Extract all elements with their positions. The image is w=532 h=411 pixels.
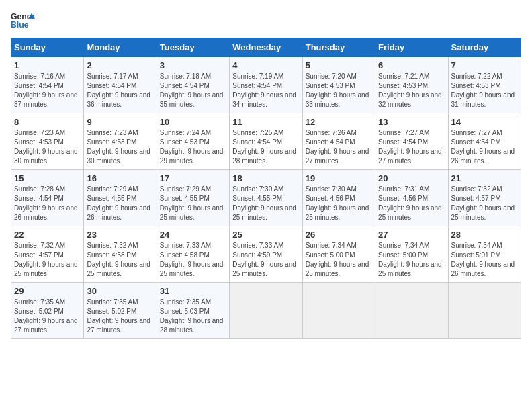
day-info: Sunrise: 7:21 AMSunset: 4:53 PMDaylight:… [378, 72, 445, 109]
day-info: Sunrise: 7:35 AMSunset: 5:02 PMDaylight:… [14, 298, 81, 335]
calendar-cell: 5Sunrise: 7:20 AMSunset: 4:53 PMDaylight… [302, 57, 375, 113]
day-number: 7 [451, 60, 518, 71]
day-number: 17 [160, 173, 226, 183]
day-number: 18 [232, 173, 299, 183]
day-number: 22 [14, 230, 81, 240]
calendar-cell: 25Sunrise: 7:33 AMSunset: 4:59 PMDayligh… [230, 226, 302, 283]
day-info: Sunrise: 7:34 AMSunset: 5:01 PMDaylight:… [451, 241, 518, 279]
day-number: 10 [160, 117, 226, 127]
weekday-header: Wednesday [230, 38, 302, 57]
day-number: 2 [87, 60, 153, 71]
day-info: Sunrise: 7:30 AMSunset: 4:56 PMDaylight:… [306, 185, 372, 222]
day-info: Sunrise: 7:33 AMSunset: 4:58 PMDaylight:… [160, 241, 226, 279]
day-number: 5 [306, 60, 372, 71]
day-info: Sunrise: 7:35 AMSunset: 5:03 PMDaylight:… [160, 298, 226, 335]
logo-icon: General Blue [11, 11, 35, 31]
day-number: 27 [378, 230, 445, 240]
calendar-cell: 7Sunrise: 7:22 AMSunset: 4:53 PMDaylight… [448, 57, 521, 113]
day-number: 31 [160, 286, 226, 296]
svg-text:Blue: Blue [11, 20, 29, 30]
calendar-body: 1Sunrise: 7:16 AMSunset: 4:54 PMDaylight… [11, 57, 521, 339]
calendar-cell: 26Sunrise: 7:34 AMSunset: 5:00 PMDayligh… [302, 226, 375, 283]
calendar-cell: 30Sunrise: 7:35 AMSunset: 5:02 PMDayligh… [84, 283, 157, 339]
weekday-header: Saturday [448, 38, 521, 57]
weekday-header: Friday [375, 38, 448, 57]
calendar-cell: 18Sunrise: 7:30 AMSunset: 4:55 PMDayligh… [230, 170, 302, 226]
calendar-table: SundayMondayTuesdayWednesdayThursdayFrid… [11, 38, 521, 339]
day-info: Sunrise: 7:28 AMSunset: 4:54 PMDaylight:… [14, 185, 81, 222]
day-info: Sunrise: 7:32 AMSunset: 4:58 PMDaylight:… [87, 241, 153, 279]
calendar-week-row: 8Sunrise: 7:23 AMSunset: 4:53 PMDaylight… [11, 113, 521, 170]
calendar-cell: 29Sunrise: 7:35 AMSunset: 5:02 PMDayligh… [11, 283, 84, 339]
day-number: 26 [306, 230, 372, 240]
day-number: 6 [378, 60, 445, 71]
day-info: Sunrise: 7:25 AMSunset: 4:54 PMDaylight:… [232, 128, 299, 166]
day-number: 12 [306, 117, 372, 127]
calendar-cell: 27Sunrise: 7:34 AMSunset: 5:00 PMDayligh… [375, 226, 448, 283]
day-number: 30 [87, 286, 153, 296]
calendar-cell: 8Sunrise: 7:23 AMSunset: 4:53 PMDaylight… [11, 113, 84, 170]
day-info: Sunrise: 7:17 AMSunset: 4:54 PMDaylight:… [87, 72, 153, 109]
calendar-cell [448, 283, 521, 339]
day-number: 24 [160, 230, 226, 240]
calendar-header-row: SundayMondayTuesdayWednesdayThursdayFrid… [11, 38, 521, 57]
day-info: Sunrise: 7:29 AMSunset: 4:55 PMDaylight:… [160, 185, 226, 222]
day-number: 20 [378, 173, 445, 183]
header: General Blue [11, 11, 521, 31]
day-number: 16 [87, 173, 153, 183]
day-info: Sunrise: 7:22 AMSunset: 4:53 PMDaylight:… [451, 72, 518, 109]
calendar-cell: 10Sunrise: 7:24 AMSunset: 4:53 PMDayligh… [157, 113, 229, 170]
logo: General Blue [11, 11, 35, 31]
day-number: 29 [14, 286, 81, 296]
day-number: 25 [232, 230, 299, 240]
calendar-cell: 1Sunrise: 7:16 AMSunset: 4:54 PMDaylight… [11, 57, 84, 113]
calendar-cell: 13Sunrise: 7:27 AMSunset: 4:54 PMDayligh… [375, 113, 448, 170]
calendar-cell: 21Sunrise: 7:32 AMSunset: 4:57 PMDayligh… [448, 170, 521, 226]
day-info: Sunrise: 7:30 AMSunset: 4:55 PMDaylight:… [232, 185, 299, 222]
day-info: Sunrise: 7:34 AMSunset: 5:00 PMDaylight:… [378, 241, 445, 279]
calendar-cell: 4Sunrise: 7:19 AMSunset: 4:54 PMDaylight… [230, 57, 302, 113]
day-info: Sunrise: 7:18 AMSunset: 4:54 PMDaylight:… [160, 72, 226, 109]
day-info: Sunrise: 7:26 AMSunset: 4:54 PMDaylight:… [306, 128, 372, 166]
day-info: Sunrise: 7:16 AMSunset: 4:54 PMDaylight:… [14, 72, 81, 109]
calendar-cell: 16Sunrise: 7:29 AMSunset: 4:55 PMDayligh… [84, 170, 157, 226]
day-info: Sunrise: 7:27 AMSunset: 4:54 PMDaylight:… [451, 128, 518, 166]
calendar-cell: 15Sunrise: 7:28 AMSunset: 4:54 PMDayligh… [11, 170, 84, 226]
weekday-header: Thursday [302, 38, 375, 57]
day-number: 8 [14, 117, 81, 127]
day-number: 28 [451, 230, 518, 240]
calendar-cell: 19Sunrise: 7:30 AMSunset: 4:56 PMDayligh… [302, 170, 375, 226]
day-number: 4 [232, 60, 299, 71]
calendar-cell: 6Sunrise: 7:21 AMSunset: 4:53 PMDaylight… [375, 57, 448, 113]
day-number: 15 [14, 173, 81, 183]
calendar-cell [230, 283, 302, 339]
day-number: 23 [87, 230, 153, 240]
calendar-cell: 22Sunrise: 7:32 AMSunset: 4:57 PMDayligh… [11, 226, 84, 283]
day-info: Sunrise: 7:20 AMSunset: 4:53 PMDaylight:… [306, 72, 372, 109]
calendar-cell: 20Sunrise: 7:31 AMSunset: 4:56 PMDayligh… [375, 170, 448, 226]
day-number: 11 [232, 117, 299, 127]
calendar-cell: 17Sunrise: 7:29 AMSunset: 4:55 PMDayligh… [157, 170, 229, 226]
calendar-week-row: 22Sunrise: 7:32 AMSunset: 4:57 PMDayligh… [11, 226, 521, 283]
day-number: 21 [451, 173, 518, 183]
calendar-cell: 11Sunrise: 7:25 AMSunset: 4:54 PMDayligh… [230, 113, 302, 170]
day-info: Sunrise: 7:35 AMSunset: 5:02 PMDaylight:… [87, 298, 153, 335]
calendar-cell: 3Sunrise: 7:18 AMSunset: 4:54 PMDaylight… [157, 57, 229, 113]
calendar-week-row: 15Sunrise: 7:28 AMSunset: 4:54 PMDayligh… [11, 170, 521, 226]
day-number: 1 [14, 60, 81, 71]
calendar-week-row: 1Sunrise: 7:16 AMSunset: 4:54 PMDaylight… [11, 57, 521, 113]
day-info: Sunrise: 7:33 AMSunset: 4:59 PMDaylight:… [232, 241, 299, 279]
calendar-cell: 9Sunrise: 7:23 AMSunset: 4:53 PMDaylight… [84, 113, 157, 170]
calendar-cell: 24Sunrise: 7:33 AMSunset: 4:58 PMDayligh… [157, 226, 229, 283]
day-number: 19 [306, 173, 372, 183]
day-info: Sunrise: 7:32 AMSunset: 4:57 PMDaylight:… [451, 185, 518, 222]
day-info: Sunrise: 7:19 AMSunset: 4:54 PMDaylight:… [232, 72, 299, 109]
weekday-header: Sunday [11, 38, 84, 57]
calendar-cell: 12Sunrise: 7:26 AMSunset: 4:54 PMDayligh… [302, 113, 375, 170]
calendar-cell [375, 283, 448, 339]
calendar-cell [302, 283, 375, 339]
day-number: 9 [87, 117, 153, 127]
day-info: Sunrise: 7:27 AMSunset: 4:54 PMDaylight:… [378, 128, 445, 166]
weekday-header: Tuesday [157, 38, 229, 57]
day-number: 14 [451, 117, 518, 127]
